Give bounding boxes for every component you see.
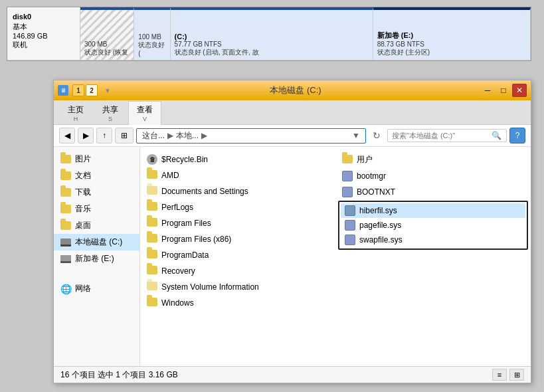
sidebar-item-music[interactable]: 音乐 xyxy=(54,201,139,217)
search-box[interactable]: 🔍 xyxy=(387,129,507,142)
sys-file-icon-bootmgr xyxy=(342,171,353,181)
disk-status: 联机 xyxy=(13,40,74,50)
path-segment-2: 本地... xyxy=(176,130,199,142)
sidebar-item-local-c[interactable]: 本地磁盘 (C:) xyxy=(54,234,139,250)
sidebar-item-downloads[interactable]: 下载 xyxy=(54,184,139,201)
file-name-program-files: Program Files xyxy=(161,219,211,228)
partition-2[interactable]: 100 MB 状态良好 ( xyxy=(134,7,170,60)
tab-share[interactable]: 共享 S xyxy=(94,101,127,125)
back-button[interactable]: ◀ xyxy=(59,128,75,144)
sidebar: 图片 文档 下载 音乐 桌面 本地磁盘 (C:) xyxy=(54,147,140,366)
partition-3[interactable]: (C:) 57.77 GB NTFS 状态良好 (启动, 页面文件, 故 xyxy=(171,7,373,60)
path-arrow-2: ▶ xyxy=(201,131,207,140)
special-folder-icon-svi xyxy=(147,282,157,292)
view-toggle-btn[interactable]: ⊞ xyxy=(115,128,134,144)
partition-2-size: 100 MB xyxy=(138,33,165,41)
titlebar-left: 🖥 1 2 ▼ xyxy=(58,84,111,96)
file-item-swapfile[interactable]: swapfile.sys xyxy=(341,233,525,247)
address-path[interactable]: 这台... ▶ 本地... ▶ ▼ xyxy=(136,128,366,144)
maximize-button[interactable]: □ xyxy=(496,84,511,97)
partition-4-status: 状态良好 (主分区) xyxy=(377,48,526,57)
file-name-recycle: $Recycle.Bin xyxy=(161,155,208,164)
file-item-recycle[interactable]: 🗑 $Recycle.Bin xyxy=(143,152,333,167)
partition-4-label: 新加卷 (E:) xyxy=(377,31,526,41)
minimize-button[interactable]: ─ xyxy=(480,84,495,97)
tab-main[interactable]: 主页 H xyxy=(59,101,92,125)
file-item-documents-settings[interactable]: Documents and Settings xyxy=(143,184,333,199)
disk-partitions: 300 MB 状态良好 (恢复 100 MB 状态良好 ( (C:) 57.77… xyxy=(80,7,531,60)
file-name-users: 用户 xyxy=(357,154,373,165)
sidebar-item-documents[interactable]: 文档 xyxy=(54,167,139,184)
sidebar-spacer xyxy=(54,267,139,280)
folder-icon-windows xyxy=(147,298,157,308)
disk-manager: disk0 基本 146.89 GB 联机 300 MB 状态良好 (恢复 10… xyxy=(7,7,531,61)
forward-button[interactable]: ▶ xyxy=(78,128,94,144)
file-name-perflogs: PerfLogs xyxy=(161,203,193,212)
titlebar: 🖥 1 2 ▼ 本地磁盘 (C:) ─ □ ✕ xyxy=(54,80,531,100)
statusbar: 16 个项目 选中 1 个项目 3.16 GB ≡ ⊞ xyxy=(54,366,531,383)
disk-title: disk0 xyxy=(13,13,74,21)
partition-1[interactable]: 300 MB 状态良好 (恢复 xyxy=(80,7,134,60)
file-column-left: 🗑 $Recycle.Bin AMD Documents and Setting… xyxy=(143,152,333,361)
disk-label-0: disk0 基本 146.89 GB 联机 xyxy=(7,7,80,60)
view-grid-btn[interactable]: ⊞ xyxy=(509,369,524,381)
file-item-hiberfil[interactable]: hiberfil.sys xyxy=(341,203,525,218)
sys-file-icon-pagefile xyxy=(345,220,355,231)
file-item-amd[interactable]: AMD xyxy=(143,168,333,183)
titlebar-controls: ─ □ ✕ xyxy=(480,84,527,97)
drive-icon-c xyxy=(60,237,71,248)
file-name-bootmgr: bootmgr xyxy=(357,171,386,181)
statusbar-info: 16 个项目 选中 1 个项目 3.16 GB xyxy=(60,369,178,381)
partition-2-status: 状态良好 ( xyxy=(138,41,165,57)
sidebar-item-pictures[interactable]: 图片 xyxy=(54,151,139,167)
folder-icon-amd xyxy=(147,170,157,181)
file-item-program-files-x86[interactable]: Program Files (x86) xyxy=(143,232,333,246)
file-item-recovery[interactable]: Recovery xyxy=(143,264,333,278)
sidebar-label-downloads: 下载 xyxy=(75,187,91,198)
ribbon-tabs: 主页 H 共享 S 查看 V xyxy=(54,100,531,124)
sidebar-item-new-e[interactable]: 新加卷 (E:) xyxy=(54,250,139,267)
partition-3-status: 状态良好 (启动, 页面文件, 故 xyxy=(175,48,369,57)
file-item-windows[interactable]: Windows xyxy=(143,296,333,310)
file-item-bootnxt[interactable]: BOOTNXT xyxy=(338,185,528,199)
search-icon[interactable]: 🔍 xyxy=(492,131,501,140)
file-item-program-files[interactable]: Program Files xyxy=(143,216,333,231)
window-title: 本地磁盘 (C:) xyxy=(111,84,480,96)
sidebar-item-network[interactable]: 🌐 网络 xyxy=(54,280,139,297)
view-list-btn[interactable]: ≡ xyxy=(492,369,507,381)
sidebar-item-desktop[interactable]: 桌面 xyxy=(54,217,139,234)
file-name-programdata: ProgramData xyxy=(161,250,209,260)
close-button[interactable]: ✕ xyxy=(512,84,527,97)
path-arrow-1: ▶ xyxy=(167,131,173,140)
help-button[interactable]: ? xyxy=(509,128,525,144)
disk-row-0: disk0 基本 146.89 GB 联机 300 MB 状态良好 (恢复 10… xyxy=(7,7,531,60)
selection-box: hiberfil.sys pagefile.sys swapfile.sys xyxy=(338,201,528,250)
partition-4-size: 88.73 GB NTFS xyxy=(377,41,526,48)
folder-icon-desktop xyxy=(60,221,71,231)
quick-access-btns: 1 2 xyxy=(72,84,98,96)
partition-4[interactable]: 新加卷 (E:) 88.73 GB NTFS 状态良好 (主分区) xyxy=(373,7,531,60)
sys-file-icon-bootnxt xyxy=(342,187,353,197)
path-dropdown[interactable]: ▼ xyxy=(352,131,360,140)
file-item-programdata[interactable]: ProgramData xyxy=(143,248,333,262)
quick-btn-1[interactable]: 1 xyxy=(72,84,84,96)
dropdown-arrow[interactable]: ▼ xyxy=(104,87,111,94)
folder-icon-downloads xyxy=(60,187,71,198)
quick-btn-2[interactable]: 2 xyxy=(86,84,98,96)
file-name-swapfile: swapfile.sys xyxy=(359,235,403,245)
file-item-pagefile[interactable]: pagefile.sys xyxy=(341,218,525,233)
file-item-svi[interactable]: System Volume Information xyxy=(143,280,333,294)
file-item-users[interactable]: 用户 xyxy=(338,152,528,167)
up-button[interactable]: ↑ xyxy=(96,128,112,144)
sidebar-label-new-e: 新加卷 (E:) xyxy=(75,253,114,264)
folder-icon-music xyxy=(60,204,71,215)
search-input[interactable] xyxy=(392,132,492,140)
file-item-perflogs[interactable]: PerfLogs xyxy=(143,200,333,215)
file-item-bootmgr[interactable]: bootmgr xyxy=(338,169,528,183)
refresh-button[interactable]: ↻ xyxy=(369,128,385,144)
file-list: 🗑 $Recycle.Bin AMD Documents and Setting… xyxy=(140,147,531,366)
network-icon: 🌐 xyxy=(60,284,71,294)
tab-view[interactable]: 查看 V xyxy=(128,101,161,125)
sidebar-label-music: 音乐 xyxy=(75,203,91,215)
folder-icon-programdata xyxy=(147,250,157,260)
